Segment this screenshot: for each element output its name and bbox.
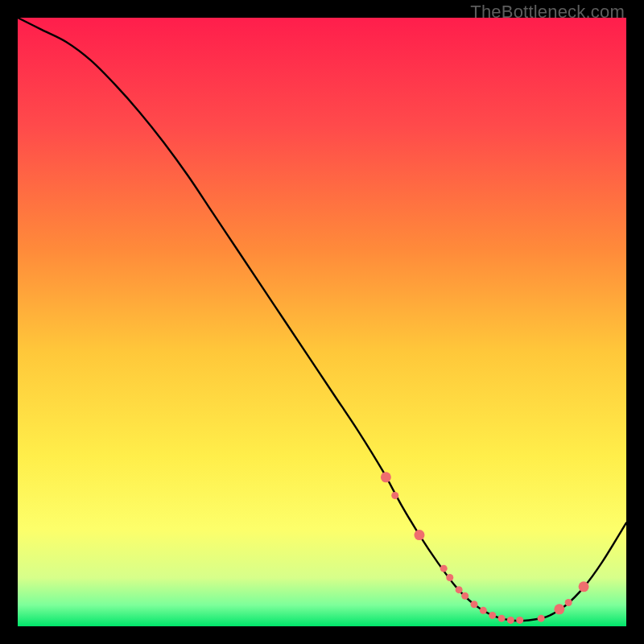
bottleneck-chart (18, 18, 626, 626)
chart-frame (18, 18, 626, 626)
chart-background (18, 18, 626, 626)
marker-point (538, 615, 545, 622)
marker-point (471, 601, 478, 608)
watermark-text: TheBottleneck.com (470, 2, 625, 23)
marker-point (480, 607, 487, 614)
marker-point (461, 592, 469, 600)
marker-point (516, 617, 523, 624)
marker-point (446, 574, 453, 581)
marker-point (381, 472, 391, 482)
marker-point (456, 586, 463, 593)
marker-point (579, 581, 589, 592)
marker-point (489, 612, 496, 619)
marker-point (507, 617, 514, 624)
marker-point (414, 530, 424, 540)
marker-point (565, 599, 572, 606)
marker-point (554, 604, 564, 614)
marker-point (391, 492, 398, 499)
marker-point (498, 615, 506, 622)
marker-point (440, 565, 448, 572)
